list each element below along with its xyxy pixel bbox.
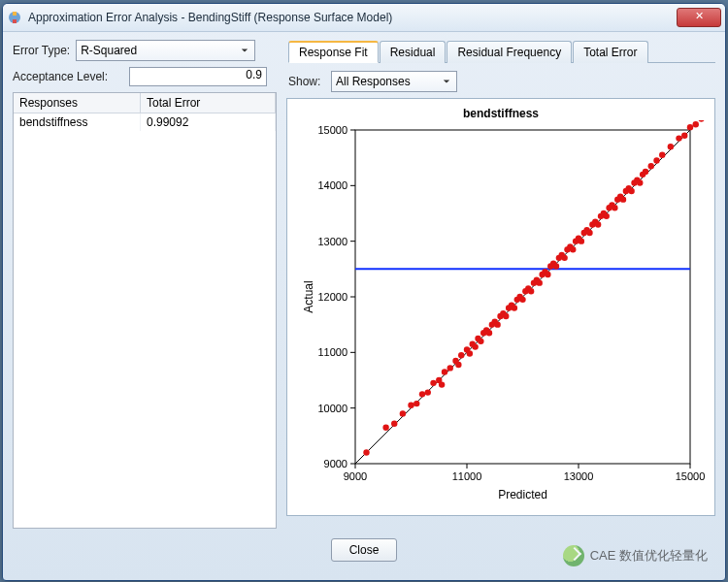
svg-point-93 <box>595 221 601 227</box>
th-responses: Responses <box>14 93 141 113</box>
svg-point-47 <box>467 350 473 356</box>
svg-point-36 <box>419 391 425 397</box>
acceptance-level-input[interactable]: 0.9 <box>129 67 267 86</box>
table-header: Responses Total Error <box>14 93 276 113</box>
svg-point-114 <box>668 144 674 149</box>
watermark-icon <box>563 545 584 566</box>
tab-residual[interactable]: Residual <box>380 41 447 63</box>
svg-rect-1 <box>13 12 17 16</box>
svg-point-69 <box>528 288 534 294</box>
error-type-select[interactable]: R-Squared <box>76 40 255 61</box>
svg-point-51 <box>478 339 483 344</box>
client-area: Error Type: R-Squared Acceptance Level: … <box>3 32 725 569</box>
table-row[interactable]: bendstiffness 0.99092 <box>14 113 276 131</box>
svg-text:15000: 15000 <box>676 470 705 482</box>
svg-text:11000: 11000 <box>317 346 347 358</box>
right-panel: Response Fit Residual Residual Frequency… <box>286 40 715 529</box>
cell-response-value: 0.99092 <box>141 113 276 131</box>
svg-point-113 <box>659 152 665 158</box>
error-type-label: Error Type: <box>13 44 70 57</box>
left-panel: Error Type: R-Squared Acceptance Level: … <box>13 40 277 529</box>
svg-point-112 <box>653 157 659 163</box>
svg-point-35 <box>414 401 419 406</box>
svg-point-105 <box>628 188 634 194</box>
svg-point-42 <box>447 365 453 371</box>
svg-point-66 <box>519 297 525 303</box>
svg-point-119 <box>698 120 704 122</box>
svg-point-99 <box>612 205 617 210</box>
svg-point-108 <box>637 179 643 185</box>
tab-total-error[interactable]: Total Error <box>573 41 647 63</box>
svg-point-115 <box>676 135 681 141</box>
window-title: Approximation Error Analysis - BendingSt… <box>28 11 677 24</box>
th-total-error: Total Error <box>141 93 276 113</box>
tab-residual-frequency[interactable]: Residual Frequency <box>447 41 572 63</box>
svg-point-37 <box>425 389 431 395</box>
svg-point-96 <box>604 213 610 219</box>
svg-point-84 <box>570 246 576 252</box>
svg-point-33 <box>400 410 406 416</box>
cell-response-name: bendstiffness <box>14 113 141 131</box>
svg-text:Actual: Actual <box>302 280 315 312</box>
svg-text:13000: 13000 <box>317 236 347 247</box>
svg-point-30 <box>363 449 369 455</box>
svg-point-34 <box>408 403 414 408</box>
svg-point-40 <box>439 381 445 387</box>
svg-point-45 <box>458 352 464 358</box>
tab-response-fit[interactable]: Response Fit <box>288 41 379 63</box>
plot-title: bendstiffness <box>287 99 714 120</box>
acceptance-level-value: 0.9 <box>246 68 262 81</box>
svg-point-118 <box>693 121 699 127</box>
svg-point-78 <box>553 263 559 269</box>
svg-point-116 <box>681 133 687 139</box>
svg-point-81 <box>561 255 567 261</box>
chevron-down-icon <box>440 75 453 88</box>
close-button[interactable]: Close <box>331 538 398 562</box>
show-select[interactable]: All Responses <box>331 71 457 92</box>
svg-point-49 <box>472 343 478 349</box>
tab-bar: Response Fit Residual Residual Frequency… <box>288 40 715 63</box>
svg-point-90 <box>586 230 592 236</box>
svg-point-44 <box>455 362 461 368</box>
svg-point-110 <box>643 169 648 175</box>
svg-text:15000: 15000 <box>317 124 347 136</box>
svg-point-57 <box>494 321 500 327</box>
watermark: CAE 数值优化轻量化 <box>563 545 708 566</box>
show-label: Show: <box>288 75 331 88</box>
acceptance-level-label: Acceptance Level: <box>13 70 129 83</box>
plot-container: bendstiffness 90001100013000150009000100… <box>286 98 715 516</box>
svg-text:14000: 14000 <box>317 179 347 191</box>
svg-text:11000: 11000 <box>452 470 482 482</box>
chevron-down-icon <box>238 44 251 57</box>
svg-point-87 <box>579 238 584 243</box>
app-window: Approximation Error Analysis - BendingSt… <box>2 3 726 581</box>
svg-point-111 <box>648 163 654 169</box>
svg-text:Predicted: Predicted <box>498 488 547 501</box>
app-icon <box>7 10 22 25</box>
window-close-button[interactable]: ✕ <box>677 8 721 27</box>
svg-point-75 <box>545 272 550 277</box>
svg-text:10000: 10000 <box>317 403 347 414</box>
error-table: Responses Total Error bendstiffness 0.99… <box>13 92 277 529</box>
svg-point-41 <box>442 369 447 374</box>
svg-point-63 <box>512 305 517 310</box>
svg-text:9000: 9000 <box>324 458 347 469</box>
svg-point-60 <box>503 313 509 319</box>
svg-point-38 <box>430 380 436 386</box>
svg-point-54 <box>486 330 492 336</box>
show-value: All Responses <box>336 75 411 88</box>
svg-point-31 <box>382 425 388 431</box>
svg-text:13000: 13000 <box>564 470 594 482</box>
svg-point-32 <box>391 421 397 427</box>
error-type-value: R-Squared <box>81 44 137 57</box>
svg-point-102 <box>620 196 626 202</box>
scatter-plot: 9000110001300015000900010000110001200013… <box>297 120 705 508</box>
svg-point-72 <box>537 279 543 285</box>
svg-text:12000: 12000 <box>317 291 347 303</box>
titlebar: Approximation Error Analysis - BendingSt… <box>3 4 725 32</box>
svg-text:9000: 9000 <box>344 470 367 482</box>
svg-point-117 <box>687 124 693 130</box>
watermark-text: CAE 数值优化轻量化 <box>590 547 708 565</box>
svg-rect-2 <box>13 19 17 23</box>
